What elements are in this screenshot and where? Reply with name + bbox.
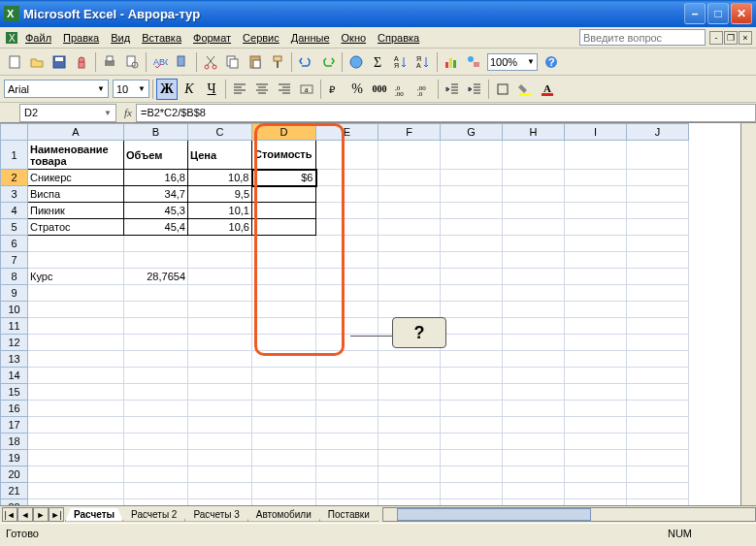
cell[interactable] bbox=[378, 417, 441, 434]
cell[interactable] bbox=[124, 285, 188, 302]
cell[interactable] bbox=[252, 236, 316, 252]
cell[interactable] bbox=[252, 302, 316, 318]
spreadsheet-grid[interactable]: A B C D E F G H I J 1 Наименование товар… bbox=[0, 123, 756, 505]
cell[interactable] bbox=[441, 302, 503, 318]
sheet-tab[interactable]: Расчеты 2 bbox=[122, 508, 185, 522]
drawing-button[interactable] bbox=[463, 51, 484, 73]
cell[interactable] bbox=[503, 302, 565, 318]
cell[interactable]: 16,8 bbox=[124, 170, 188, 186]
cell[interactable] bbox=[627, 141, 689, 170]
cell[interactable] bbox=[378, 252, 441, 269]
horizontal-scrollbar[interactable] bbox=[382, 507, 756, 522]
cell[interactable] bbox=[565, 203, 627, 219]
cell[interactable] bbox=[503, 335, 565, 351]
cell[interactable]: 10,8 bbox=[188, 170, 252, 186]
borders-button[interactable] bbox=[492, 79, 513, 100]
cell[interactable] bbox=[565, 170, 627, 186]
col-header-I[interactable]: I bbox=[565, 124, 627, 141]
format-painter-button[interactable] bbox=[267, 51, 288, 73]
undo-button[interactable] bbox=[295, 51, 316, 73]
cell[interactable] bbox=[28, 368, 124, 384]
select-all-corner[interactable] bbox=[1, 124, 28, 141]
cell[interactable] bbox=[252, 351, 316, 368]
menu-help[interactable]: Справка bbox=[372, 30, 425, 46]
cell[interactable] bbox=[378, 351, 441, 368]
sheet-tab[interactable]: Поставки bbox=[319, 508, 378, 522]
cell[interactable] bbox=[627, 219, 689, 236]
menu-tools[interactable]: Сервис bbox=[237, 30, 285, 46]
cell[interactable] bbox=[316, 141, 378, 170]
cell[interactable] bbox=[627, 203, 689, 219]
cell[interactable] bbox=[188, 285, 252, 302]
merge-center-button[interactable]: a bbox=[296, 79, 317, 100]
col-header-E[interactable]: E bbox=[316, 124, 378, 141]
row-header[interactable]: 8 bbox=[1, 269, 28, 285]
menu-view[interactable]: Вид bbox=[105, 30, 136, 46]
cell[interactable] bbox=[378, 186, 441, 203]
close-button[interactable]: ✕ bbox=[731, 3, 752, 24]
cell[interactable] bbox=[565, 483, 627, 499]
cell[interactable]: Пикник bbox=[28, 203, 124, 219]
cell[interactable] bbox=[188, 252, 252, 269]
cell[interactable] bbox=[124, 483, 188, 499]
print-preview-button[interactable] bbox=[121, 51, 143, 73]
cell[interactable] bbox=[28, 302, 124, 318]
cell[interactable] bbox=[565, 236, 627, 252]
cell[interactable] bbox=[441, 252, 503, 269]
cell[interactable] bbox=[503, 141, 565, 170]
cell[interactable] bbox=[28, 466, 124, 483]
cell[interactable] bbox=[316, 252, 378, 269]
cell[interactable] bbox=[503, 368, 565, 384]
cell[interactable] bbox=[188, 499, 252, 506]
cell[interactable] bbox=[565, 285, 627, 302]
cell[interactable] bbox=[627, 483, 689, 499]
cell[interactable] bbox=[565, 141, 627, 170]
cell[interactable] bbox=[252, 483, 316, 499]
row-header[interactable]: 5 bbox=[1, 219, 28, 236]
cell[interactable] bbox=[565, 269, 627, 285]
row-header[interactable]: 19 bbox=[1, 450, 28, 466]
cell[interactable] bbox=[124, 368, 188, 384]
cell[interactable] bbox=[503, 236, 565, 252]
cell[interactable] bbox=[124, 499, 188, 506]
research-button[interactable] bbox=[172, 51, 193, 73]
cell[interactable] bbox=[503, 483, 565, 499]
cell[interactable] bbox=[252, 285, 316, 302]
cell[interactable]: Стратос bbox=[28, 219, 124, 236]
cell[interactable] bbox=[188, 384, 252, 401]
cell[interactable] bbox=[441, 499, 503, 506]
cell[interactable] bbox=[627, 285, 689, 302]
cell[interactable] bbox=[378, 450, 441, 466]
cell[interactable] bbox=[378, 483, 441, 499]
cell[interactable] bbox=[188, 417, 252, 434]
percent-button[interactable]: % bbox=[346, 79, 368, 100]
cell[interactable] bbox=[252, 269, 316, 285]
fx-icon[interactable]: fx bbox=[124, 107, 132, 118]
cell[interactable] bbox=[124, 351, 188, 368]
cell[interactable] bbox=[378, 384, 441, 401]
cell[interactable] bbox=[565, 186, 627, 203]
cell[interactable] bbox=[378, 170, 441, 186]
formula-input[interactable]: =B2*C2/$B$8 bbox=[136, 104, 756, 122]
cell[interactable] bbox=[627, 170, 689, 186]
cell[interactable]: 34,7 bbox=[124, 186, 188, 203]
tab-nav-first[interactable]: |◄ bbox=[2, 507, 17, 522]
underline-button[interactable]: Ч bbox=[201, 79, 222, 100]
cell[interactable] bbox=[441, 203, 503, 219]
cell[interactable]: 45,4 bbox=[124, 219, 188, 236]
cell[interactable] bbox=[28, 384, 124, 401]
cell[interactable] bbox=[316, 434, 378, 450]
cell[interactable] bbox=[28, 285, 124, 302]
row-header[interactable]: 1 bbox=[1, 141, 28, 170]
row-header[interactable]: 20 bbox=[1, 466, 28, 483]
cell[interactable] bbox=[28, 450, 124, 466]
cell[interactable] bbox=[503, 417, 565, 434]
cell[interactable] bbox=[565, 450, 627, 466]
fill-color-button[interactable] bbox=[514, 79, 536, 100]
row-header[interactable]: 14 bbox=[1, 368, 28, 384]
cell[interactable] bbox=[124, 417, 188, 434]
cell[interactable] bbox=[441, 401, 503, 417]
cell[interactable] bbox=[316, 318, 378, 335]
decrease-decimal-button[interactable]: ,00,0 bbox=[413, 79, 435, 100]
cell[interactable] bbox=[565, 401, 627, 417]
